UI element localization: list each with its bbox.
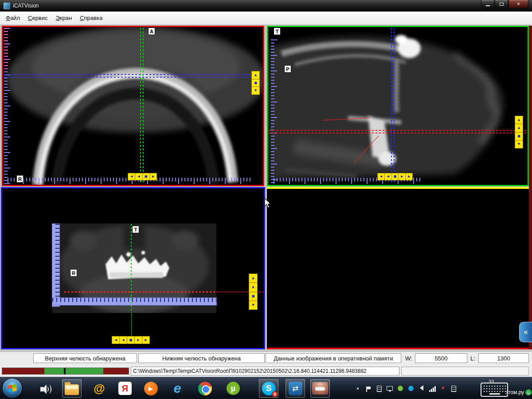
slider-left-icon[interactable]: ◀	[120, 336, 127, 344]
coronal-horizontal-crosshair-line[interactable]	[64, 291, 216, 293]
slider-up-icon[interactable]: ▲	[249, 283, 257, 292]
maximize-button[interactable]	[495, 0, 508, 8]
slider-thumb-icon[interactable]: ■	[252, 79, 259, 87]
tray-flag-icon[interactable]	[364, 384, 372, 392]
window-level-field[interactable]: 1300	[478, 353, 529, 363]
tray-skype-icon[interactable]	[407, 384, 415, 392]
chrome-icon[interactable]	[197, 380, 213, 396]
utorrent-icon[interactable]: µ	[225, 380, 241, 396]
menu-screen[interactable]: Экран	[52, 13, 76, 23]
maximize-icon	[500, 3, 504, 6]
menu-help[interactable]: Справка	[76, 13, 106, 23]
slider-right-icon[interactable]: ▶	[150, 173, 156, 180]
slider-thumb-icon[interactable]: ■	[515, 133, 523, 141]
path-bar: C:\Windows\Temp\TempiCATVisionRoot\П9102…	[0, 365, 532, 377]
axial-horizontal-crosshair-line[interactable]	[4, 77, 252, 78]
coronal-slice-slider-vertical[interactable]: ▲ ▲ ■ ▼	[249, 274, 258, 310]
slider-left-icon[interactable]: ◀	[128, 173, 135, 180]
slider-left-icon[interactable]: ◀	[378, 173, 385, 180]
slider-left-icon[interactable]: ◀	[135, 173, 142, 180]
slider-down-icon[interactable]: ▼	[515, 141, 523, 148]
viewport-coronal[interactable]: T R ▲ ▲ ■ ▼ ◀ ◀ ■ ▶ ▶	[1, 187, 265, 349]
minimize-button[interactable]	[481, 0, 494, 8]
histogram-segment	[2, 368, 44, 374]
orientation-label-anterior: A	[148, 27, 155, 35]
axial-ct-image[interactable]	[3, 27, 263, 185]
slider-up-icon[interactable]: ▲	[515, 116, 523, 124]
viewport-sagittal[interactable]: T P ▲ ▲ ■ ▼ ◀ ◀ ■ ▶ ▶	[267, 26, 529, 186]
volume-mixer-icon[interactable]	[38, 380, 54, 396]
sagittal-vertical-ruler	[271, 39, 277, 183]
teamviewer-panel-tab[interactable]: «	[519, 322, 532, 342]
tray-document-icon[interactable]	[375, 384, 383, 392]
sagittal-slice-slider-vertical[interactable]: ▲ ▲ ■ ▼	[515, 116, 523, 149]
watermark: этом.ру ☺	[505, 389, 532, 395]
slider-right-icon[interactable]: ▶	[406, 173, 412, 180]
menu-file[interactable]: Файл	[2, 13, 24, 23]
sagittal-ct-image[interactable]	[268, 27, 528, 185]
sagittal-horizontal-crosshair-line[interactable]	[269, 133, 527, 133]
slider-right-icon[interactable]: ▶	[399, 173, 406, 180]
spare-status-box	[401, 367, 529, 376]
coronal-vertical-crosshair-extension[interactable]	[131, 313, 132, 336]
window-level-label: L:	[470, 355, 475, 362]
start-button[interactable]	[3, 379, 22, 398]
slider-right-icon[interactable]: ▶	[135, 336, 142, 344]
sagittal-slice-slider-horizontal[interactable]: ◀ ◀ ■ ▶ ▶	[377, 173, 413, 180]
watermark-text: этом.ру	[505, 389, 524, 395]
tray-utorrent-icon[interactable]	[396, 384, 404, 392]
slider-up-icon[interactable]: ▲	[252, 71, 259, 79]
mail-agent-icon[interactable]: @	[91, 380, 107, 396]
status-bar: Верхняя челюсть обнаружена Нижняя челюст…	[0, 352, 532, 365]
sagittal-vertical-crosshair-line[interactable]	[391, 28, 392, 184]
axial-vertical-crosshair-line[interactable]	[140, 28, 141, 184]
histogram-segment	[44, 368, 64, 374]
keyboard-overlay-icon	[481, 383, 508, 397]
menu-service[interactable]: Сервис	[24, 13, 52, 23]
axial-slice-slider-vertical[interactable]: ▲ ■ ▼	[251, 71, 260, 95]
slider-thumb-icon[interactable]: ■	[143, 173, 150, 180]
tray-display-icon[interactable]	[386, 384, 394, 392]
minimize-icon	[486, 5, 490, 6]
tray-alert-icon[interactable]: ×	[439, 384, 447, 392]
orientation-label-top: T	[274, 27, 281, 35]
axial-pink-ruler-segment	[4, 28, 10, 69]
status-lower-jaw: Нижняя челюсть обнаружена	[138, 353, 265, 363]
slider-left-icon[interactable]: ◀	[112, 336, 120, 344]
teamviewer-icon[interactable]: ⇄	[287, 380, 303, 396]
slider-up-icon[interactable]: ▲	[515, 124, 523, 132]
tray-volume-icon[interactable]	[418, 384, 426, 392]
media-player-icon[interactable]: ▶	[143, 380, 159, 396]
axial-vertical-crosshair-line[interactable]	[143, 28, 144, 184]
dataset-path: C:\Windows\Temp\TempiCATVisionRoot\П9102…	[131, 367, 399, 376]
slider-thumb-icon[interactable]: ■	[249, 292, 257, 301]
sagittal-vertical-crosshair-line[interactable]	[394, 28, 395, 184]
slider-left-icon[interactable]: ◀	[385, 173, 392, 180]
slider-down-icon[interactable]: ▼	[252, 87, 259, 94]
axial-horizontal-crosshair-line[interactable]	[4, 74, 252, 75]
coronal-slice-slider-horizontal[interactable]: ◀ ◀ ■ ▶ ▶	[112, 336, 150, 344]
skype-icon[interactable]: S 5	[261, 380, 277, 396]
window-width-field[interactable]: 5500	[415, 353, 467, 363]
sagittal-horizontal-crosshair-line[interactable]	[269, 130, 527, 131]
photo-viewer-icon[interactable]	[312, 380, 328, 396]
internet-explorer-icon[interactable]: e	[169, 380, 185, 396]
tray-page-icon[interactable]	[450, 384, 458, 392]
app-icon	[4, 3, 10, 9]
close-button[interactable]: ×	[509, 0, 528, 8]
window-level-histogram[interactable]	[2, 368, 129, 375]
axial-slice-slider-horizontal[interactable]: ◀ ◀ ■ ▶	[128, 173, 157, 180]
taskbar: @ Я ▶ e µ S 5 ⇄ ▲	[0, 377, 532, 399]
explorer-icon[interactable]	[64, 380, 80, 396]
tray-network-icon[interactable]	[428, 384, 436, 392]
slider-right-icon[interactable]: ▶	[142, 336, 149, 344]
histogram-segment	[66, 368, 103, 374]
coronal-vertical-crosshair-line[interactable]	[131, 224, 132, 313]
show-hidden-icons-button[interactable]: ▲	[354, 384, 362, 392]
yandex-browser-icon[interactable]: Я	[117, 380, 133, 396]
slider-up-icon[interactable]: ▲	[249, 274, 257, 283]
viewport-axial[interactable]: A R ▲ ■ ▼ ◀ ◀ ■ ▶	[2, 26, 264, 186]
slider-thumb-icon[interactable]: ■	[127, 336, 135, 344]
slider-thumb-icon[interactable]: ■	[392, 173, 399, 180]
slider-down-icon[interactable]: ▼	[249, 301, 257, 309]
